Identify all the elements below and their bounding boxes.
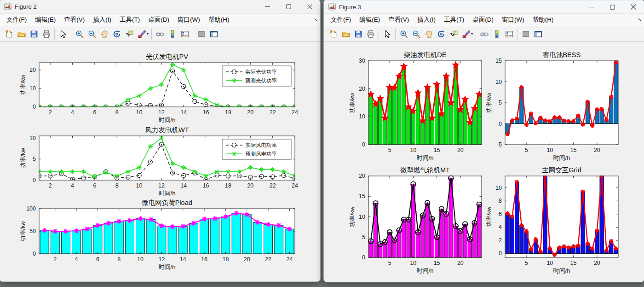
rotate-3d-icon: [113, 30, 121, 38]
link-plot-button[interactable]: [154, 28, 166, 40]
rotate-3d-icon: [437, 30, 445, 38]
toolbar-separator: [379, 29, 379, 40]
figure2-window: Figure 2 文件(F)编辑(E)查看(V)插入(I)工具(T)桌面(D)窗…: [0, 0, 321, 282]
brush-data-button[interactable]: [460, 28, 472, 40]
svg-text:5: 5: [388, 147, 391, 153]
svg-text:0: 0: [33, 251, 36, 257]
svg-text:5: 5: [362, 234, 365, 240]
brush-data-button[interactable]: [135, 28, 148, 40]
zoom-in-button[interactable]: [397, 28, 410, 40]
new-figure-button[interactable]: [3, 28, 15, 40]
svg-text:18: 18: [222, 256, 229, 263]
zoom-out-button[interactable]: [410, 28, 422, 40]
insert-colorbar-button[interactable]: [166, 28, 178, 40]
svg-text:0: 0: [499, 121, 502, 127]
menu-item-f[interactable]: 文件(F): [2, 14, 31, 26]
svg-text:0: 0: [499, 250, 502, 257]
minimize-button[interactable]: [257, 0, 278, 13]
new-figure-icon: [5, 30, 13, 38]
hide-plot-tools-button[interactable]: [519, 28, 532, 40]
figure2-titlebar[interactable]: Figure 2: [0, 0, 320, 13]
maximize-button[interactable]: [278, 0, 299, 13]
close-button[interactable]: [623, 0, 644, 14]
svg-text:20: 20: [359, 86, 365, 92]
figure3-titlebar[interactable]: Figure 3: [324, 0, 644, 13]
menu-item-v[interactable]: 查看(V): [384, 14, 413, 26]
svg-text:10: 10: [495, 185, 502, 191]
menu-item-e[interactable]: 编辑(E): [355, 14, 384, 26]
save-figure-button[interactable]: [352, 28, 364, 40]
menu-overflow-icon[interactable]: ↘: [314, 17, 318, 23]
print-figure-icon: [42, 30, 51, 38]
zoom-out-icon: [88, 30, 96, 38]
menu-item-h[interactable]: 帮助(H): [529, 14, 558, 26]
svg-text:时间/h: 时间/h: [417, 267, 434, 274]
hide-plot-tools-button[interactable]: [195, 28, 207, 40]
menu-item-t[interactable]: 工具(T): [115, 14, 144, 26]
svg-text:0: 0: [33, 104, 36, 110]
print-figure-button[interactable]: [364, 28, 377, 40]
pointer-button[interactable]: [57, 28, 69, 40]
svg-text:10: 10: [359, 113, 365, 120]
close-button[interactable]: [299, 0, 320, 13]
open-file-button[interactable]: [339, 28, 352, 40]
figure3-menubar: 文件(F)编辑(E)查看(V)插入(I)工具(T)桌面(D)窗口(W)帮助(H)…: [324, 13, 644, 26]
figure3-toolbar: ▾: [324, 26, 644, 42]
minimize-button[interactable]: [581, 0, 602, 14]
pointer-button[interactable]: [381, 28, 393, 40]
pan-button[interactable]: [98, 28, 110, 40]
svg-text:-5: -5: [497, 141, 502, 148]
svg-text:6: 6: [93, 182, 96, 189]
svg-text:15: 15: [570, 260, 577, 266]
insert-colorbar-icon: [493, 30, 501, 38]
matlab-icon: [4, 3, 12, 10]
data-cursor-button[interactable]: [123, 28, 135, 40]
svg-text:15: 15: [495, 58, 502, 64]
menu-item-i[interactable]: 插入(I): [413, 14, 440, 26]
svg-text:5: 5: [33, 156, 36, 162]
menu-item-w[interactable]: 窗口(W): [173, 14, 204, 26]
svg-text:8: 8: [117, 256, 121, 263]
brush-dropdown-caret-icon[interactable]: ▾: [471, 32, 473, 36]
save-figure-button[interactable]: [28, 28, 40, 40]
pan-icon: [100, 30, 109, 38]
brush-dropdown-caret-icon[interactable]: ▾: [147, 32, 149, 36]
menu-overflow-icon[interactable]: ↘: [638, 17, 642, 23]
menu-item-d[interactable]: 桌面(D): [468, 14, 498, 26]
menu-item-f[interactable]: 文件(F): [327, 14, 355, 26]
svg-text:30: 30: [359, 58, 365, 64]
pointer-icon: [59, 30, 67, 38]
menu-item-d[interactable]: 桌面(D): [144, 14, 173, 26]
svg-text:10: 10: [410, 147, 416, 153]
menu-item-v[interactable]: 查看(V): [60, 14, 89, 26]
print-figure-button[interactable]: [40, 28, 52, 40]
link-plot-button[interactable]: [478, 28, 490, 40]
show-plot-tools-button[interactable]: [207, 28, 220, 40]
data-cursor-button[interactable]: [447, 28, 460, 40]
menu-item-e[interactable]: 编辑(E): [31, 14, 60, 26]
maximize-button[interactable]: [602, 0, 623, 14]
svg-text:实际光伏功率: 实际光伏功率: [245, 69, 277, 75]
insert-legend-button[interactable]: [178, 28, 191, 40]
menu-item-i[interactable]: 插入(I): [89, 14, 115, 26]
open-file-button[interactable]: [15, 28, 28, 40]
pan-button[interactable]: [422, 28, 435, 40]
insert-legend-icon: [505, 30, 513, 38]
rotate-3d-button[interactable]: [435, 28, 447, 40]
menu-item-t[interactable]: 工具(T): [440, 14, 468, 26]
svg-text:20: 20: [457, 260, 464, 266]
brush-data-icon: [462, 30, 470, 38]
zoom-in-button[interactable]: [73, 28, 86, 40]
rotate-3d-button[interactable]: [110, 28, 123, 40]
menu-item-w[interactable]: 窗口(W): [498, 14, 529, 26]
menu-item-h[interactable]: 帮助(H): [204, 14, 234, 26]
svg-text:14: 14: [180, 182, 187, 189]
pointer-icon: [383, 30, 391, 38]
new-figure-button[interactable]: [327, 28, 339, 40]
desktop-background: Figure 2 文件(F)编辑(E)查看(V)插入(I)工具(T)桌面(D)窗…: [0, 0, 644, 287]
show-plot-tools-button[interactable]: [532, 28, 544, 40]
zoom-out-button[interactable]: [86, 28, 98, 40]
svg-text:10: 10: [359, 214, 365, 220]
insert-legend-button[interactable]: [503, 28, 515, 40]
insert-colorbar-button[interactable]: [490, 28, 503, 40]
